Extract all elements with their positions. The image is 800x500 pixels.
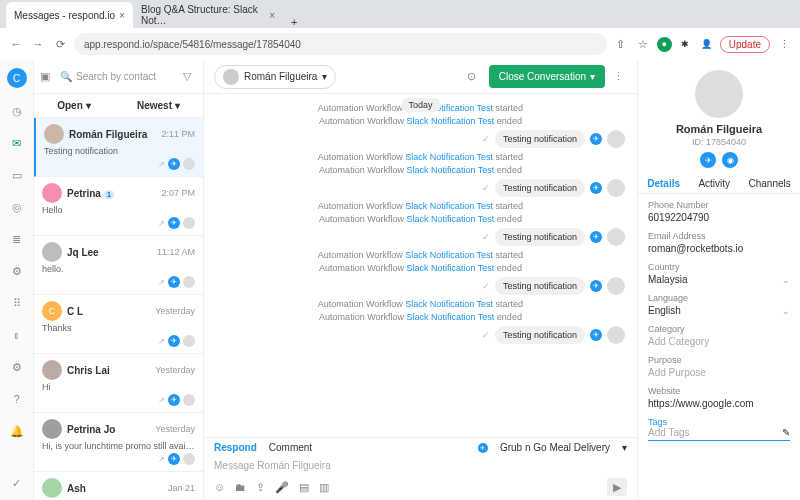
workflow-link[interactable]: Slack Notification Test — [405, 152, 493, 162]
tab-details[interactable]: Details — [647, 178, 680, 189]
emoji-icon[interactable]: ☺ — [214, 481, 225, 493]
contact-field[interactable]: Category Add Category — [648, 324, 790, 347]
workspace-avatar[interactable]: C — [7, 68, 27, 88]
nav-rail: C ◷ ✉ ▭ ◎ ≣ ⚙ ⠿ ⫾ ⚙ ? 🔔 ✓ — [0, 60, 34, 500]
conversation-time: Yesterday — [155, 306, 195, 316]
filter-icon[interactable]: ▽ — [183, 70, 197, 84]
contact-tabs: Details Activity Channels — [638, 178, 800, 194]
forward-icon[interactable]: → — [30, 36, 46, 52]
chevron-down-icon: ⌄ — [782, 275, 790, 285]
org-icon[interactable]: ⠿ — [8, 294, 26, 312]
more-icon[interactable]: ⋮ — [613, 70, 627, 84]
conversation-item[interactable]: Petrina Jo Yesterday Hi, is your lunchti… — [34, 413, 203, 472]
field-value[interactable]: roman@rocketbots.io — [648, 243, 790, 254]
tab-title: Messages - respond.io — [14, 10, 115, 21]
notifications-icon[interactable]: 🔔 — [8, 422, 26, 440]
assignee-avatar — [183, 158, 195, 170]
telegram-icon[interactable]: ✈ — [700, 152, 716, 168]
close-conversation-button[interactable]: Close Conversation ▾ — [489, 65, 605, 88]
tab-channels[interactable]: Channels — [749, 178, 791, 189]
logo-icon[interactable]: ✓ — [8, 474, 26, 492]
extension-icon[interactable]: ● — [657, 37, 672, 52]
snippet-icon[interactable]: ▤ — [299, 481, 309, 494]
conversation-item[interactable]: Chris Lai Yesterday Hi ↗ ✈ — [34, 354, 203, 413]
field-value[interactable]: 60192204790 — [648, 212, 790, 223]
message-input[interactable]: Message Román Filgueira — [214, 457, 627, 474]
composer-toolbar: ☺ 🖿 ⇪ 🎤 ▤ ▥ ▶ — [214, 478, 627, 496]
url-input[interactable]: app.respond.io/space/54816/message/17854… — [74, 33, 607, 55]
conversation-item[interactable]: Jq Lee 11:12 AM hello. ↗ ✈ — [34, 236, 203, 295]
workflow-link[interactable]: Slack Notification Test — [406, 116, 494, 126]
conversation-item[interactable]: Román Filgueira 2:11 PM Testing notifica… — [34, 118, 203, 177]
contact-field[interactable]: Country Malaysia⌄ — [648, 262, 790, 285]
field-value[interactable]: English⌄ — [648, 305, 790, 316]
send-button[interactable]: ▶ — [607, 478, 627, 496]
field-value[interactable]: Malaysia⌄ — [648, 274, 790, 285]
conversation-item[interactable]: Petrina 1 2:07 PM Hello ↗ ✈ — [34, 177, 203, 236]
conversation-items: Román Filgueira 2:11 PM Testing notifica… — [34, 118, 203, 500]
settings-icon[interactable]: ⚙ — [8, 358, 26, 376]
contact-field[interactable]: Language English⌄ — [648, 293, 790, 316]
dashboard-icon[interactable]: ◷ — [8, 102, 26, 120]
new-tab-button[interactable]: + — [283, 16, 305, 28]
workflow-link[interactable]: Slack Notification Test — [405, 299, 493, 309]
upload-icon[interactable]: ⇪ — [256, 481, 265, 494]
menu-icon[interactable]: ⋮ — [776, 36, 792, 52]
broadcast-icon[interactable]: ◎ — [8, 198, 26, 216]
profile-icon[interactable]: 👤 — [699, 37, 714, 52]
attach-icon[interactable]: 🖿 — [235, 481, 246, 493]
field-value[interactable]: Add Purpose — [648, 367, 790, 378]
workflow-link[interactable]: Slack Notification Test — [405, 250, 493, 260]
close-icon[interactable]: × — [119, 10, 125, 21]
message-area[interactable]: Automation Workflow Slack Notification T… — [204, 94, 637, 437]
list-icon[interactable]: ≣ — [8, 230, 26, 248]
template-icon[interactable]: ▥ — [319, 481, 329, 494]
extensions-menu-icon[interactable]: ✱ — [678, 37, 693, 52]
browser-tab-active[interactable]: Messages - respond.io × — [6, 2, 133, 28]
reload-icon[interactable]: ⟳ — [52, 36, 68, 52]
filter-open[interactable]: Open ▾ — [57, 100, 90, 111]
inbox-icon[interactable]: ✉ — [8, 134, 26, 152]
contact-field[interactable]: Phone Number 60192204790 — [648, 200, 790, 223]
workflow-link[interactable]: Slack Notification Test — [406, 214, 494, 224]
tags-field[interactable]: Tags Add Tags ✎ — [648, 417, 790, 441]
field-value[interactable]: https://www.google.com — [648, 398, 790, 409]
gear-icon[interactable]: ⚙ — [8, 262, 26, 280]
help-icon[interactable]: ? — [8, 390, 26, 408]
workflow-link[interactable]: Slack Notification Test — [406, 165, 494, 175]
tab-title: Blog Q&A Structure: Slack Not… — [141, 4, 265, 26]
reports-icon[interactable]: ⫾ — [8, 326, 26, 344]
message-row: ✓ Testing notification ✈ — [216, 228, 625, 246]
close-icon[interactable]: × — [269, 10, 275, 21]
share-icon[interactable]: ⇧ — [613, 36, 629, 52]
tab-respond[interactable]: Respond — [214, 442, 257, 453]
check-icon: ✓ — [482, 134, 490, 144]
conversation-item[interactable]: C C L Yesterday Thanks ↗ ✈ — [34, 295, 203, 354]
messenger-icon[interactable]: ◉ — [722, 152, 738, 168]
message-bubble: Testing notification — [495, 130, 585, 148]
contacts-icon[interactable]: ▭ — [8, 166, 26, 184]
contact-field[interactable]: Email Address roman@rocketbots.io — [648, 231, 790, 254]
workflow-link[interactable]: Slack Notification Test — [406, 312, 494, 322]
voice-icon[interactable]: 🎤 — [275, 481, 289, 494]
tab-activity[interactable]: Activity — [698, 178, 730, 189]
browser-tab[interactable]: Blog Q&A Structure: Slack Not… × — [133, 2, 283, 28]
sender-avatar — [607, 179, 625, 197]
workflow-link[interactable]: Slack Notification Test — [406, 263, 494, 273]
contact-field[interactable]: Website https://www.google.com — [648, 386, 790, 409]
search-conversation-icon[interactable]: ⊙ — [467, 70, 481, 84]
update-button[interactable]: Update — [720, 36, 770, 53]
back-icon[interactable]: ← — [8, 36, 24, 52]
contact-field[interactable]: Purpose Add Purpose — [648, 355, 790, 378]
tab-comment[interactable]: Comment — [269, 442, 312, 453]
layout-icon[interactable]: ▣ — [40, 70, 54, 84]
bookmark-icon[interactable]: ☆ — [635, 36, 651, 52]
contact-selector[interactable]: Román Filgueira ▾ — [214, 65, 336, 89]
filter-sort[interactable]: Newest ▾ — [137, 100, 180, 111]
conversation-item[interactable]: Ash Jan 21 Hey Ash, how can we help? ↗ ✈ — [34, 472, 203, 500]
channel-selector[interactable]: Grub n Go Meal Delivery — [500, 442, 610, 453]
workflow-link[interactable]: Slack Notification Test — [405, 201, 493, 211]
tags-input[interactable]: Add Tags ✎ — [648, 427, 790, 441]
field-value[interactable]: Add Category — [648, 336, 790, 347]
search-input[interactable]: 🔍 Search by contact — [60, 71, 177, 82]
